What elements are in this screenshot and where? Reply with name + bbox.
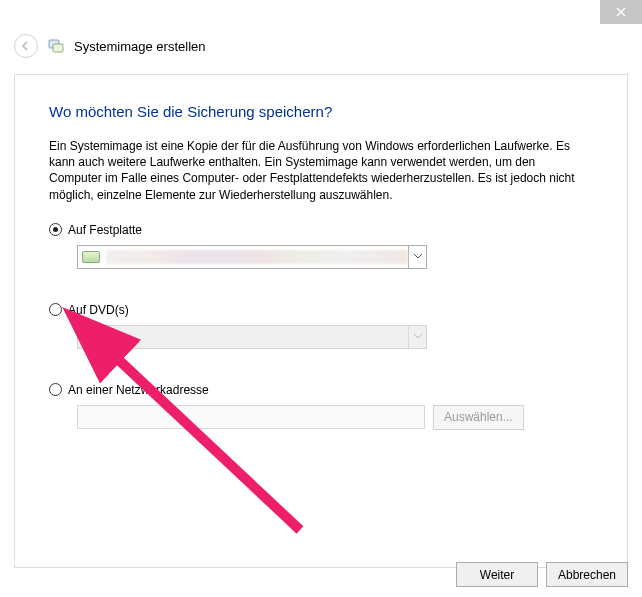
wizard-page: Wo möchten Sie die Sicherung speichern? … [14,74,628,568]
cancel-button[interactable]: Abbrechen [546,562,628,587]
browse-button: Auswählen... [433,405,524,430]
option-dvd-group: Auf DVD(s) [49,303,593,349]
radio-dvd-label[interactable]: Auf DVD(s) [68,303,129,317]
chevron-down-icon [408,246,426,268]
system-image-icon [48,38,64,54]
radio-network-label[interactable]: An einer Netzwerkadresse [68,383,209,397]
option-network-group: An einer Netzwerkadresse Auswählen... [49,383,593,430]
back-arrow-icon [20,40,32,52]
dvd-drive-combo [77,325,427,349]
redacted-drive-name [106,250,408,264]
wizard-footer: Weiter Abbrechen [456,562,628,587]
page-heading: Wo möchten Sie die Sicherung speichern? [49,103,593,120]
harddisk-selected-value [82,248,408,266]
close-icon [616,7,626,17]
page-description: Ein Systemimage ist eine Kopie der für d… [49,138,589,203]
radio-harddisk[interactable] [49,223,62,236]
back-button[interactable] [14,34,38,58]
chevron-down-icon [408,326,426,348]
option-harddisk-group: Auf Festplatte [49,223,593,269]
hard-drive-icon [82,251,100,263]
wizard-title: Systemimage erstellen [74,39,206,54]
harddisk-drive-combo[interactable] [77,245,427,269]
title-bar [0,0,642,24]
svg-rect-3 [53,44,63,52]
wizard-header: Systemimage erstellen [0,24,642,64]
next-button[interactable]: Weiter [456,562,538,587]
radio-dvd[interactable] [49,303,62,316]
radio-network[interactable] [49,383,62,396]
network-path-input [77,405,425,429]
close-button[interactable] [600,0,642,24]
radio-harddisk-label[interactable]: Auf Festplatte [68,223,142,237]
